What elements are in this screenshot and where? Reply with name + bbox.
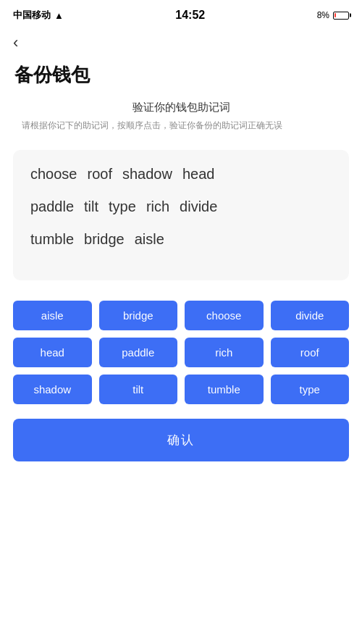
word-row-3: tumble bridge aisle — [30, 231, 332, 248]
word-slot: tumble — [30, 231, 74, 248]
chip-choose[interactable]: choose — [185, 301, 264, 330]
chip-shadow[interactable]: shadow — [13, 375, 92, 404]
battery-icon — [333, 12, 349, 20]
subtitle-desc: 请根据你记下的助记词，按顺序点击，验证你备份的助记词正确无误 — [14, 119, 348, 133]
chip-type[interactable]: type — [271, 375, 350, 404]
chip-rich[interactable]: rich — [185, 338, 264, 367]
carrier-label: 中国移动 — [13, 9, 51, 22]
chip-paddle[interactable]: paddle — [99, 338, 178, 367]
confirm-button[interactable]: 确认 — [13, 419, 349, 461]
back-button[interactable]: ‹ — [0, 26, 362, 57]
word-row-1: choose roof shadow head — [30, 166, 332, 183]
word-row-2: paddle tilt type rich divide — [30, 198, 332, 215]
word-slot: rich — [146, 198, 169, 215]
chip-bridge[interactable]: bridge — [99, 301, 178, 330]
word-slot: shadow — [122, 166, 172, 183]
word-slot: aisle — [135, 231, 164, 248]
battery-percent: 8% — [317, 10, 329, 20]
chip-divide[interactable]: divide — [271, 301, 350, 330]
word-chips-section: aisle bridge choose divide head paddle r… — [0, 290, 362, 404]
word-slot: head — [182, 166, 215, 183]
confirm-btn-wrap: 确认 — [0, 404, 362, 483]
word-display-area: choose roof shadow head paddle tilt type… — [13, 150, 349, 280]
word-slot: divide — [180, 198, 217, 215]
subtitle-main: 验证你的钱包助记词 — [14, 101, 348, 114]
wifi-icon: ▲ — [54, 10, 64, 21]
word-slot: paddle — [30, 198, 74, 215]
word-slot: tilt — [84, 198, 98, 215]
status-left: 中国移动 ▲ — [13, 9, 64, 22]
status-time: 14:52 — [175, 9, 205, 22]
chip-head[interactable]: head — [13, 338, 92, 367]
page-title: 备份钱包 — [0, 57, 362, 101]
status-right: 8% — [317, 10, 349, 20]
word-slot: choose — [30, 166, 77, 183]
chip-roof[interactable]: roof — [271, 338, 350, 367]
word-slot: bridge — [84, 231, 125, 248]
chip-aisle[interactable]: aisle — [13, 301, 92, 330]
chip-tilt[interactable]: tilt — [99, 375, 178, 404]
chip-tumble[interactable]: tumble — [185, 375, 264, 404]
subtitle-section: 验证你的钱包助记词 请根据你记下的助记词，按顺序点击，验证你备份的助记词正确无误 — [0, 101, 362, 140]
word-slot: roof — [88, 166, 112, 183]
word-slot: type — [109, 198, 136, 215]
status-bar: 中国移动 ▲ 14:52 8% — [0, 0, 362, 26]
word-chips-grid: aisle bridge choose divide head paddle r… — [13, 301, 349, 404]
